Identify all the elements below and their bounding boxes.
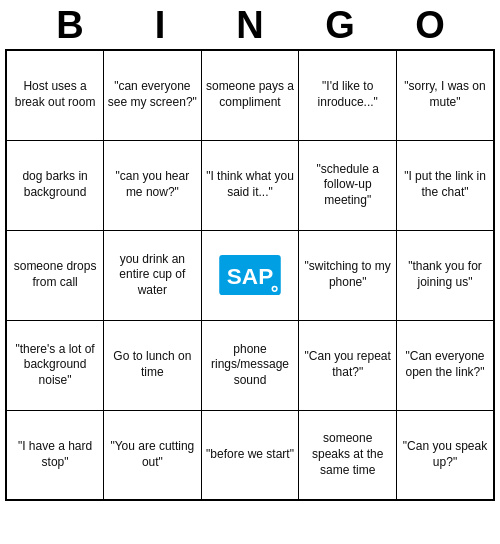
table-row: Host uses a break out room"can everyone … — [6, 50, 494, 140]
cell-1-1: "can you hear me now?" — [104, 140, 201, 230]
cell-1-3: "schedule a follow-up meeting" — [299, 140, 397, 230]
bingo-grid: Host uses a break out room"can everyone … — [5, 49, 495, 501]
cell-3-2: phone rings/message sound — [201, 320, 299, 410]
cell-4-4: "Can you speak up?" — [397, 410, 495, 500]
cell-4-0: "I have a hard stop" — [6, 410, 104, 500]
bingo-letter-i: I — [115, 4, 205, 47]
svg-point-3 — [273, 287, 276, 290]
cell-1-2: "I think what you said it..." — [201, 140, 299, 230]
svg-text:SAP: SAP — [227, 264, 273, 289]
cell-4-1: "You are cutting out" — [104, 410, 201, 500]
cell-4-2: "before we start" — [201, 410, 299, 500]
cell-3-0: "there's a lot of background noise" — [6, 320, 104, 410]
cell-2-0: someone drops from call — [6, 230, 104, 320]
table-row: "there's a lot of background noise"Go to… — [6, 320, 494, 410]
bingo-letter-b: B — [25, 4, 115, 47]
cell-0-1: "can everyone see my screen?" — [104, 50, 201, 140]
bingo-letter-n: N — [205, 4, 295, 47]
table-row: "I have a hard stop""You are cutting out… — [6, 410, 494, 500]
bingo-header: BINGO — [0, 0, 500, 49]
cell-0-4: "sorry, I was on mute" — [397, 50, 495, 140]
cell-3-3: "Can you repeat that?" — [299, 320, 397, 410]
cell-2-3: "switching to my phone" — [299, 230, 397, 320]
cell-2-1: you drink an entire cup of water — [104, 230, 201, 320]
sap-logo: SAP — [205, 234, 296, 317]
cell-4-3: someone speaks at the same time — [299, 410, 397, 500]
cell-2-2: SAP — [201, 230, 299, 320]
bingo-letter-g: G — [295, 4, 385, 47]
cell-2-4: "thank you for joining us" — [397, 230, 495, 320]
cell-3-4: "Can everyone open the link?" — [397, 320, 495, 410]
cell-0-0: Host uses a break out room — [6, 50, 104, 140]
cell-0-2: someone pays a compliment — [201, 50, 299, 140]
cell-3-1: Go to lunch on time — [104, 320, 201, 410]
cell-1-0: dog barks in background — [6, 140, 104, 230]
table-row: dog barks in background"can you hear me … — [6, 140, 494, 230]
table-row: someone drops from callyou drink an enti… — [6, 230, 494, 320]
bingo-letter-o: O — [385, 4, 475, 47]
cell-1-4: "I put the link in the chat" — [397, 140, 495, 230]
grid-body: Host uses a break out room"can everyone … — [6, 50, 494, 500]
cell-0-3: "I'd like to inroduce..." — [299, 50, 397, 140]
